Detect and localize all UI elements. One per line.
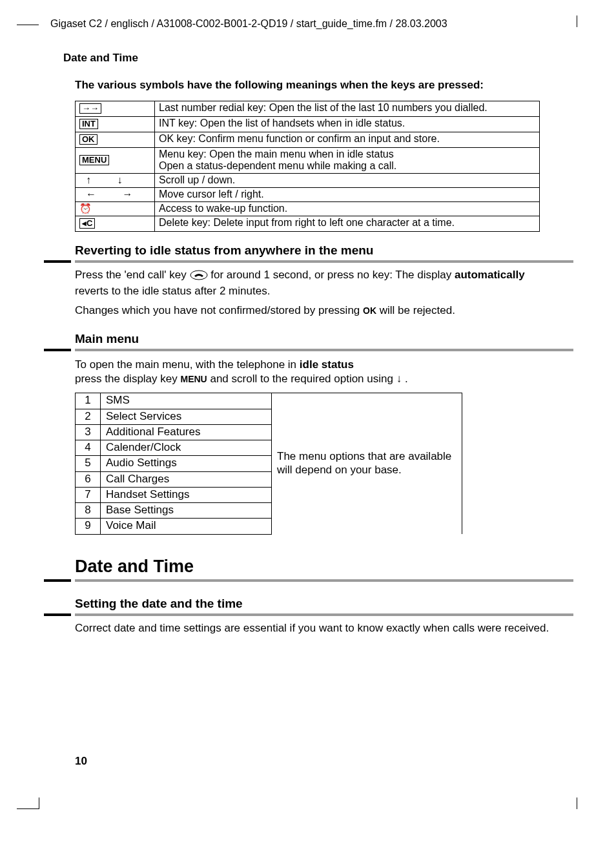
mainmenu-intro: To open the main menu, with the telephon… — [75, 358, 553, 386]
menu-key-inline: MENU — [180, 374, 207, 384]
menu-item-name: Calender/Clock — [101, 440, 272, 456]
menu-item-number: 6 — [76, 471, 101, 487]
symbol-description: Scroll up / down. — [155, 174, 540, 188]
heading-main-menu: Main menu — [75, 332, 572, 346]
heading-date-time: Date and Time — [75, 557, 572, 577]
symbol-description: INT key: Open the list of handsets when … — [155, 117, 540, 132]
revert-text-c: reverts to the idle status after 2 minut… — [75, 285, 270, 297]
revert-p2-b: will be rejected. — [380, 304, 455, 316]
menu-item-number: 3 — [76, 424, 101, 440]
mm-intro-a: To open the main menu, with the telephon… — [75, 358, 300, 371]
delete-key-icon: ◂C — [76, 216, 155, 232]
table-row: INTINT key: Open the list of handsets wh… — [76, 117, 540, 132]
revert-bold: automatically — [455, 269, 525, 281]
mm-intro-bold: idle status — [300, 358, 354, 371]
symbol-description: Move cursor left / right. — [155, 188, 540, 202]
mm-intro-d: . — [402, 373, 407, 385]
redial-key-icon: →→ — [76, 101, 155, 117]
menu-item-number: 8 — [76, 503, 101, 519]
menu-item-number: 1 — [76, 393, 101, 409]
menu-item-name: Additional Features — [101, 424, 272, 440]
revert-paragraph-2: Changes which you have not confirmed/sto… — [75, 304, 553, 318]
menu-key-icon: MENU — [76, 148, 155, 174]
page-number: 10 — [75, 755, 87, 768]
revert-paragraph-1: Press the 'end call' key for around 1 se… — [75, 268, 553, 298]
menu-item-number: 5 — [76, 456, 101, 471]
section-rule — [44, 260, 573, 263]
menu-item-name: Call Charges — [101, 471, 272, 487]
menu-note: The menu options that are available will… — [272, 393, 462, 534]
table-row: 1SMSThe menu options that are available … — [76, 393, 462, 409]
scroll-updown-icon: ↑ ↓ — [76, 174, 155, 188]
table-row: OKOK key: Confirm menu function or confi… — [76, 132, 540, 148]
mm-intro-b: press the display key — [75, 373, 180, 385]
ok-key-inline: OK — [363, 305, 376, 316]
menu-item-name: Select Services — [101, 409, 272, 424]
section-rule — [44, 579, 573, 582]
symbol-description: OK key: Confirm menu function or confirm… — [155, 132, 540, 148]
heading-reverting: Reverting to idle status from anywhere i… — [75, 243, 572, 258]
table-row: ↑ ↓Scroll up / down. — [76, 174, 540, 188]
symbol-description: Delete key: Delete input from right to l… — [155, 216, 540, 232]
revert-p2-a: Changes which you have not confirmed/sto… — [75, 304, 363, 316]
down-arrow-icon: ↓ — [396, 373, 402, 385]
move-leftright-icon: ← → — [76, 188, 155, 202]
menu-item-name: Handset Settings — [101, 487, 272, 502]
menu-item-number: 7 — [76, 487, 101, 502]
menu-item-number: 9 — [76, 519, 101, 534]
revert-text-a: Press the 'end call' key — [75, 269, 190, 281]
section-rule — [44, 613, 573, 616]
symbols-intro: The various symbols have the following m… — [75, 79, 572, 92]
header-path: Gigaset C2 / englisch / A31008-C002-B001… — [50, 18, 572, 30]
menu-item-name: Audio Settings — [101, 456, 272, 471]
menu-item-name: SMS — [101, 393, 272, 409]
table-row: MENUMenu key: Open the main menu when in… — [76, 148, 540, 174]
date-time-paragraph: Correct date and time settings are essen… — [75, 621, 553, 635]
symbol-description: Last number redial key: Open the list of… — [155, 101, 540, 117]
main-menu-table: 1SMSThe menu options that are available … — [75, 393, 462, 534]
ok-key-icon: OK — [76, 132, 155, 148]
section-rule — [44, 349, 573, 351]
table-row: ← →Move cursor left / right. — [76, 188, 540, 202]
menu-item-name: Base Settings — [101, 503, 272, 519]
end-call-key-icon — [190, 270, 208, 284]
alarm-icon: ⏰ — [76, 202, 155, 216]
menu-item-number: 2 — [76, 409, 101, 424]
symbol-description: Access to wake-up function. — [155, 202, 540, 216]
int-key-icon: INT — [76, 117, 155, 132]
revert-text-b: for around 1 second, or press no key: Th… — [210, 269, 455, 281]
menu-item-name: Voice Mail — [101, 519, 272, 534]
table-row: ◂CDelete key: Delete input from right to… — [76, 216, 540, 232]
symbol-description: Menu key: Open the main menu when in idl… — [155, 148, 540, 174]
symbols-table: →→Last number redial key: Open the list … — [75, 101, 540, 232]
table-row: ⏰Access to wake-up function. — [76, 202, 540, 216]
running-head: Date and Time — [63, 52, 572, 65]
table-row: →→Last number redial key: Open the list … — [76, 101, 540, 117]
mm-intro-c: and scroll to the required option using — [207, 373, 396, 385]
menu-item-number: 4 — [76, 440, 101, 456]
heading-setting-date-time: Setting the date and the time — [75, 597, 572, 611]
